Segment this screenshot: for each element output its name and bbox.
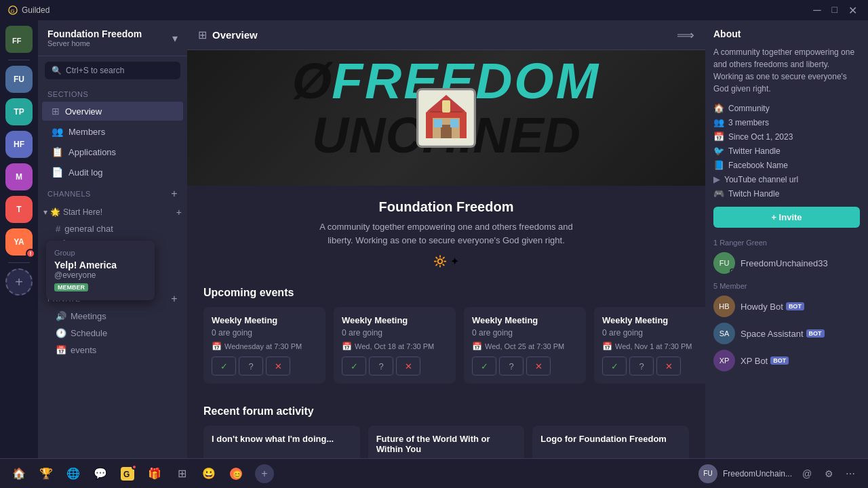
server-banner: Ø FREEDOM UNC Ħ INED (187, 50, 705, 186)
event-check-btn-4[interactable]: ✓ (602, 357, 627, 375)
forum-section-title: Recent forum activity (203, 400, 689, 426)
nav-item-overview[interactable]: ⊞ Overview (42, 102, 183, 121)
server-icon-t[interactable]: T (5, 196, 33, 223)
event-x-btn-3[interactable]: ✕ (526, 357, 551, 375)
nav-label-overview: Overview (65, 106, 102, 117)
home-bottom-icon[interactable]: 🏠 (8, 463, 30, 485)
channel-item-general[interactable]: # general chat (42, 221, 183, 237)
svg-rect-10 (450, 119, 458, 127)
channel-name-general: general chat (64, 224, 113, 234)
guilded-icon[interactable]: G (117, 463, 138, 485)
server-dropdown-icon[interactable]: ▾ (172, 32, 178, 45)
since-icon: 📅 (713, 131, 724, 142)
member-avatar-freedom: FU (713, 252, 735, 274)
event-check-btn-3[interactable]: ✓ (472, 357, 496, 375)
server-icon-hf[interactable]: HF (5, 131, 33, 158)
channel-group-header[interactable]: ▾ 🌟 Start Here! + (38, 204, 187, 220)
event-actions-2: ✓ ? ✕ (342, 357, 448, 375)
event-x-btn-2[interactable]: ✕ (396, 357, 420, 375)
member-item-howdybot[interactable]: HB Howdy Bot BOT (713, 293, 860, 320)
at-icon[interactable]: @ (797, 464, 816, 483)
nav-item-audit[interactable]: 📄 Audit log (42, 163, 183, 182)
server-icon-ff[interactable]: FF (5, 26, 33, 53)
meta-since: 📅 Since Oct 1, 2023 (713, 131, 860, 142)
forum-item-1[interactable]: I don't know what I'm doing... (203, 426, 360, 458)
svg-rect-8 (441, 125, 452, 138)
forum-items: I don't know what I'm doing... Future of… (203, 426, 689, 458)
chat-bottom-icon[interactable]: 💬 (90, 463, 111, 485)
channel-item-meetings[interactable]: 🔊 Meetings (42, 308, 183, 324)
maximize-button[interactable]: □ (829, 4, 840, 17)
trophy-bottom-icon[interactable]: 🏆 (35, 463, 57, 485)
about-title: About (713, 28, 860, 39)
youtube-value: YouTube channel url (724, 175, 798, 184)
event-card-1: Weekly Meeting 0 are going 📅 Wednesday a… (203, 307, 326, 384)
member-avatar-xpbot: XP (713, 350, 735, 371)
server-icon-ya[interactable]: YA ! (5, 228, 33, 256)
emoji-icon[interactable]: 😀 (198, 463, 220, 485)
add-private-channel-button[interactable]: + (171, 293, 178, 305)
nav-item-members[interactable]: 👥 Members (42, 122, 183, 141)
content-body: Ø FREEDOM UNC Ħ INED (187, 50, 705, 458)
server-icon-tp[interactable]: TP (5, 98, 33, 125)
sidebar-divider-2 (8, 262, 30, 263)
add-channel-button[interactable]: + (171, 188, 178, 200)
window-controls[interactable]: ─ □ ✕ (810, 4, 860, 17)
more-icon[interactable]: ⋯ (841, 464, 860, 483)
event-question-btn-2[interactable]: ? (369, 357, 393, 375)
youtube-icon: ▶ (713, 174, 720, 184)
bot-badge-space: BOT (806, 329, 825, 338)
meta-twitch: 🎮 Twitch Handle (713, 188, 860, 199)
server-info: Foundation Freedom A community together … (187, 186, 705, 281)
channel-item-schedule[interactable]: 🕐 Schedule (42, 325, 183, 341)
members-section: 1 Ranger Green FU FreedomUnchained33 5 M… (713, 239, 860, 374)
channel-item-events[interactable]: 📅 events (42, 342, 183, 358)
event-card-3: Weekly Meeting 0 are going 📅 Wed, Oct 25… (464, 307, 586, 384)
member-avatar-howdybot: HB (713, 296, 735, 317)
settings-icon[interactable]: ⚙ (819, 464, 838, 483)
event-date-2: 📅 Wed, Oct 18 at 7:30 PM (342, 342, 448, 351)
event-question-btn-1[interactable]: ? (239, 357, 263, 375)
sidebar-toggle-button[interactable]: ⟹ (677, 28, 694, 42)
banner-unc-text: UNC (312, 110, 422, 161)
bottom-user-area: FU FreedomUnchain... @ ⚙ ⋯ (698, 464, 860, 483)
grid-icon[interactable]: ⊞ (171, 463, 193, 485)
schedule-icon: 🕐 (56, 328, 66, 338)
event-date-1: 📅 Wednesday at 7:30 PM (212, 342, 317, 351)
meta-facebook: 📘 Facebook Name (713, 160, 860, 170)
member-item-spaceassistant[interactable]: SA Space Assistant BOT (713, 320, 860, 347)
event-x-btn-4[interactable]: ✕ (656, 357, 681, 375)
forum-item-3[interactable]: Logo for Foundation Freedom (532, 426, 689, 458)
event-question-btn-4[interactable]: ? (629, 357, 654, 375)
member-name-howdybot: Howdy Bot (741, 302, 783, 312)
member-item-xpbot[interactable]: XP XP Bot BOT (713, 347, 860, 374)
collapse-icon: ▾ (43, 207, 47, 217)
server-header[interactable]: Foundation Freedom Server home ▾ (38, 20, 187, 56)
event-card-4: Weekly Meeting 0 are going 📅 Wed, Nov 1 … (594, 307, 705, 384)
event-x-btn-1[interactable]: ✕ (266, 357, 290, 375)
event-check-btn-2[interactable]: ✓ (342, 357, 366, 375)
add-bottom-icon[interactable]: + (255, 464, 274, 483)
twitch-icon: 🎮 (713, 188, 724, 199)
server-icon-fu[interactable]: FU (5, 66, 33, 93)
event-check-btn-1[interactable]: ✓ (212, 357, 236, 375)
gift-icon[interactable]: 🎁 (144, 463, 165, 485)
app-title: Guilded (22, 5, 50, 15)
calendar-icon-2: 📅 (342, 342, 352, 351)
face-icon[interactable]: 😊 (225, 463, 247, 485)
minimize-button[interactable]: ─ (810, 4, 823, 17)
server-emojis: 🔆 ✦ (203, 255, 689, 268)
close-button[interactable]: ✕ (846, 4, 860, 17)
svg-text:G: G (11, 8, 15, 14)
server-icon-m[interactable]: M (5, 163, 33, 190)
search-box[interactable]: 🔍 Ctrl+S to search (45, 62, 180, 79)
event-question-btn-3[interactable]: ? (499, 357, 524, 375)
bottom-user-avatar[interactable]: FU (698, 464, 717, 483)
nav-item-applications[interactable]: 📋 Applications (42, 142, 183, 161)
invite-button[interactable]: + Invite (713, 207, 860, 228)
forum-item-2[interactable]: Future of the World With or Within You (368, 426, 525, 458)
add-server-button[interactable]: + (5, 268, 33, 296)
globe-bottom-icon[interactable]: 🌐 (62, 463, 84, 485)
member-item-freedom[interactable]: FU FreedomUnchained33 (713, 249, 860, 277)
add-channel-group-button[interactable]: + (176, 207, 182, 218)
